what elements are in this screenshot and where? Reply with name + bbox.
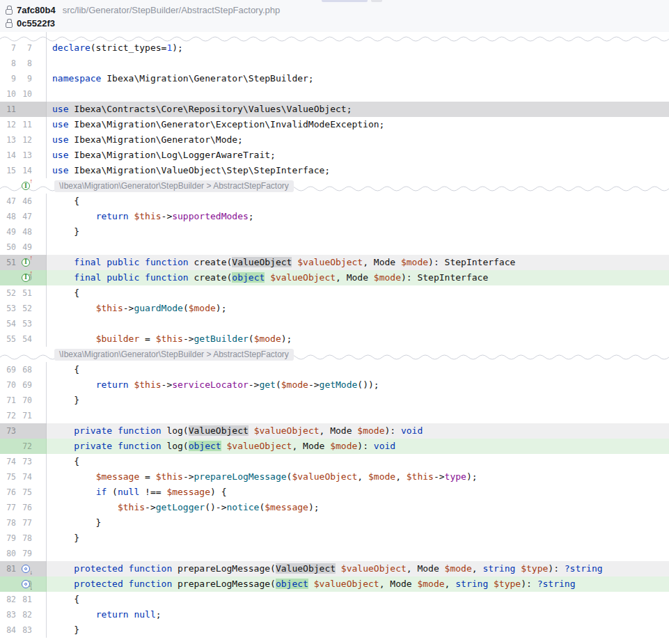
line-number-left[interactable]: 82 [2, 592, 16, 607]
line-number-left[interactable]: 69 [2, 362, 16, 377]
line-number-left[interactable] [2, 576, 16, 592]
line-number-left[interactable]: 75 [2, 469, 16, 485]
implementing-method-icon[interactable]: I↑ [22, 258, 30, 267]
diff-line-added[interactable]: 80↓ protected function prepareLogMessage… [0, 576, 669, 592]
diff-line[interactable]: 7574 $message = $this->prepareLogMessage… [0, 469, 669, 485]
diff-line[interactable]: 99namespace Ibexa\Migration\Generator\St… [0, 71, 669, 86]
line-number-right[interactable]: 7 [18, 40, 32, 56]
line-number-left[interactable]: 72 [2, 408, 16, 423]
diff-line[interactable]: 7069 return $this->serviceLocator->get($… [0, 377, 669, 393]
line-number-right[interactable]: 77 [18, 515, 32, 531]
line-number-right[interactable]: 71 [18, 408, 32, 423]
line-number-right[interactable]: 10 [18, 86, 32, 102]
line-number-right[interactable]: 74 [18, 469, 32, 485]
code-line[interactable]: use Ibexa\Contracts\Core\Repository\Valu… [47, 102, 669, 117]
line-number-left[interactable]: 79 [2, 531, 16, 546]
diff-line-added[interactable]: 72 private function log(object $valueObj… [0, 439, 669, 454]
line-number-right[interactable]: 68 [18, 362, 32, 377]
diff-line[interactable]: 1514use Ibexa\Migration\ValueObject\Step… [0, 163, 669, 178]
code-line[interactable] [47, 546, 669, 561]
code-line[interactable]: private function log(object $valueObject… [47, 439, 669, 454]
code-line[interactable]: { [47, 362, 669, 377]
diff-line[interactable]: 8281 { [0, 592, 669, 607]
line-number-right[interactable]: 76 [18, 500, 32, 515]
line-number-left[interactable]: 7 [2, 40, 16, 56]
code-line[interactable]: { [47, 592, 669, 607]
code-line[interactable] [47, 56, 669, 71]
diff-line[interactable]: 7170 } [0, 393, 669, 408]
line-number-right[interactable]: 46 [18, 194, 32, 209]
code-line[interactable]: declare(strict_types=1); [47, 40, 669, 56]
line-number-right[interactable]: 51 [18, 285, 32, 301]
line-number-right[interactable]: 73 [18, 454, 32, 469]
line-number-left[interactable]: 12 [2, 117, 16, 132]
code-line[interactable]: } [47, 224, 669, 239]
diff-line-removed[interactable]: 73 private function log(ValueObject $val… [0, 423, 669, 439]
line-number-right[interactable]: 53 [18, 316, 32, 331]
line-number-left[interactable]: 83 [2, 607, 16, 622]
code-line[interactable]: $message = $this->prepareLogMessage($val… [47, 469, 669, 485]
diff-line[interactable]: 4948 } [0, 224, 669, 239]
line-number-left[interactable]: 53 [2, 301, 16, 316]
code-line[interactable]: return null; [47, 607, 669, 622]
implementing-method-icon[interactable]: I↑ [22, 274, 30, 282]
line-number-left[interactable]: 13 [2, 132, 16, 148]
diff-line-removed[interactable]: 81↓ protected function prepareLogMessage… [0, 561, 669, 576]
code-line[interactable]: { [47, 285, 669, 301]
diff-line[interactable]: 4746 { [0, 194, 669, 209]
line-number-left[interactable]: 9 [2, 71, 16, 86]
overridden-method-icon[interactable]: ↓ [22, 565, 30, 573]
line-number-left[interactable]: 14 [2, 148, 16, 163]
overridden-method-icon[interactable]: ↓ [22, 580, 30, 588]
code-line[interactable]: } [47, 622, 669, 638]
line-number-left[interactable]: 70 [2, 377, 16, 393]
code-line[interactable] [47, 316, 669, 331]
line-number-right[interactable]: 78 [18, 531, 32, 546]
diff-line[interactable]: 7776 $this->getLogger()->notice($message… [0, 500, 669, 515]
code-line[interactable]: if (null !== $message) { [47, 485, 669, 500]
implementing-method-icon[interactable]: I↑ [22, 182, 30, 190]
line-number-right[interactable] [18, 423, 32, 439]
code-line[interactable]: { [47, 454, 669, 469]
code-line[interactable]: } [47, 393, 669, 408]
diff-line[interactable]: 1312use Ibexa\Migration\Generator\Mode; [0, 132, 669, 148]
line-number-left[interactable]: 52 [2, 285, 16, 301]
line-number-left[interactable]: 54 [2, 316, 16, 331]
line-number-left[interactable]: 84 [2, 622, 16, 638]
code-line[interactable]: $builder = $this->getBuilder($mode); [47, 331, 669, 347]
line-number-right[interactable]: 49 [18, 239, 32, 255]
code-line[interactable]: protected function prepareLogMessage(Val… [47, 561, 669, 576]
line-number-left[interactable]: 76 [2, 485, 16, 500]
diff-line[interactable]: 5049 [0, 239, 669, 255]
line-number-left[interactable]: 11 [2, 102, 16, 117]
diff-line[interactable]: 5352 $this->guardMode($mode); [0, 301, 669, 316]
code-line[interactable] [47, 86, 669, 102]
diff-line[interactable]: 88 [0, 56, 669, 71]
code-line[interactable]: final public function create(object $val… [47, 270, 669, 285]
line-number-left[interactable] [2, 270, 16, 285]
diff-line[interactable]: 7877 } [0, 515, 669, 531]
line-number-left[interactable]: 73 [2, 423, 16, 439]
line-number-right[interactable]: 8 [18, 56, 32, 71]
diff-line[interactable]: 7675 if (null !== $message) { [0, 485, 669, 500]
line-number-right[interactable]: 11 [18, 117, 32, 132]
diff-line-removedfull[interactable]: 11use Ibexa\Contracts\Core\Repository\Va… [0, 102, 669, 117]
diff-line[interactable]: 7473 { [0, 454, 669, 469]
code-line[interactable] [47, 239, 669, 255]
line-number-left[interactable]: 80 [2, 546, 16, 561]
line-number-left[interactable]: 78 [2, 515, 16, 531]
line-number-left[interactable]: 51 [2, 255, 16, 270]
diff-line[interactable]: 5554 $builder = $this->getBuilder($mode)… [0, 331, 669, 347]
collapsed-region-label[interactable]: \Ibexa\Migration\Generator\StepBuilder >… [54, 349, 294, 361]
line-number-right[interactable]: 69 [18, 377, 32, 393]
line-number-left[interactable]: 15 [2, 163, 16, 178]
diff-line[interactable]: 6968 { [0, 362, 669, 377]
code-line[interactable]: use Ibexa\Migration\Log\LoggerAwareTrait… [47, 148, 669, 163]
code-line[interactable]: } [47, 515, 669, 531]
diff-line[interactable]: 1413use Ibexa\Migration\Log\LoggerAwareT… [0, 148, 669, 163]
code-line[interactable]: final public function create(ValueObject… [47, 255, 669, 270]
diff-line[interactable]: 1211use Ibexa\Migration\Generator\Except… [0, 117, 669, 132]
line-number-left[interactable]: 10 [2, 86, 16, 102]
line-number-left[interactable]: 48 [2, 209, 16, 224]
line-number-right[interactable]: 83 [18, 622, 32, 638]
